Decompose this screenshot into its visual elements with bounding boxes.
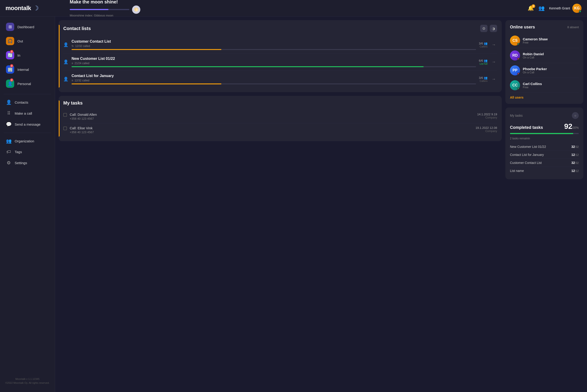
contact-list-person-icon-2: 👤 [63,59,69,64]
online-users-header: Online users 8 absent [510,25,579,30]
sidebar-item-settings[interactable]: ⚙ Settings [0,158,55,168]
chart-action-btn[interactable]: ◑ [490,25,497,32]
task-checkbox-1[interactable] [63,113,67,117]
completed-count: 92 [564,122,572,130]
notifications-bell[interactable]: 🔔 2 [528,5,534,11]
task-list-name-2: Contact List for January [510,153,544,156]
notifications-badge: 2 [532,4,535,8]
task-checkbox-2[interactable] [63,126,67,130]
user-profile[interactable]: Kenneth Grant KG [549,4,582,13]
contact-list-name-2: New Customer List 01/22 [72,56,476,61]
user-info-carl: Carl Collins Free [523,82,579,89]
completed-row: Completed tasks 9200% [510,122,579,131]
user-avatar-phoebe: PP [510,65,520,76]
online-title: Online users [510,25,535,30]
sidebar-item-organization[interactable]: 👥 Organization [0,136,55,146]
progress-track-2 [72,66,476,67]
user-name-cameron: Cameron Shaw [523,37,579,41]
sidebar-item-dashboard[interactable]: ⊞ Dashboard [3,20,52,34]
called-count-2: 21/24 called [74,62,90,65]
contact-lists-title: Contact lists [63,26,91,31]
tasks-mini-title: My tasks [510,114,522,117]
callers-info-2: 6/6 👥 List full [479,59,488,65]
contact-list-person-icon-3: 👤 [63,76,69,82]
sidebar-item-make-call[interactable]: ⠿ Make a call [0,108,55,118]
sidebar-label-make-call: Make a call [15,112,32,115]
task-list-count-display-1: 32/32 [572,145,579,149]
called-count-3: 12/32 called [74,79,90,82]
contact-list-arrow-1[interactable]: → [490,41,497,48]
task-list-row-2: Contact List for January 12/12 [510,151,579,159]
callers-info-1: 3/6 👥 Callers [479,42,488,48]
sidebar-item-in[interactable]: 🔄 In 3 [3,48,52,62]
user-status-phoebe: On a Call [523,71,579,74]
task-info-2: Call: Elise Vink +358 40 123 4567 [70,126,473,134]
dashboard-icon: ⊞ [6,23,14,31]
header: moontalk ☽ Make the moon shine! 🌕 Moonsh… [0,0,587,16]
list-icon-2: ≡ [72,62,73,65]
send-message-icon: 💬 [6,122,12,127]
callers-count-2: 6/6 👥 [479,59,488,62]
settings-action-btn[interactable]: ⚙ [480,25,488,32]
main-layout: ⊞ Dashboard 🎧 Out 🔄 In 3 🏢 Internal 2 👤 … [0,16,587,392]
task-item-1: Call: Donald Allen +358 40 123 4567 14.1… [63,110,497,123]
sidebar-item-contacts[interactable]: 👤 Contacts [0,97,55,108]
list-icon-3: ≡ [72,79,73,82]
users-icon[interactable]: 👥 [538,5,544,11]
sidebar-item-send-message[interactable]: 💬 Send a message [0,119,55,130]
sidebar-item-tags[interactable]: 🏷 Tags [0,147,55,157]
completed-count-display: 9200% [564,122,579,131]
center-column: Contact lists ⚙ ◑ 👤 Customer Contact Lis… [59,20,502,388]
sidebar-divider-2 [4,133,51,133]
my-tasks-mini-card: My tasks ○ Completed tasks 9200% 2 tasks… [505,108,583,179]
sidebar-label-personal: Personal [18,82,31,86]
sidebar-label-tags: Tags [15,150,22,154]
callers-count-3: 3/6 👥 [479,76,488,80]
task-list-count-display-3: 32/32 [572,161,579,165]
sidebar-nav: ⊞ Dashboard 🎧 Out 🔄 In 3 🏢 Internal 2 👤 … [0,20,55,91]
sidebar-label-dashboard: Dashboard [18,25,34,29]
tags-icon: 🏷 [6,149,12,154]
user-avatar-carl: CC [510,80,520,90]
internal-badge: 2 [10,64,13,68]
contact-list-info-2: New Customer List 01/22 ≡ 21/24 called [72,56,476,67]
contact-list-item-3: 👤 Contact List for January ≡ 12/32 calle… [63,70,497,88]
sidebar-label-out: Out [18,39,23,43]
task-list-name-3: Customer Contact List [510,161,542,164]
contact-list-person-icon: 👤 [63,42,69,47]
user-status-robin: On a Call [523,56,579,59]
tasks-mini-toggle-btn[interactable]: ○ [572,112,579,119]
contacts-icon: 👤 [6,100,12,105]
header-progress-fill [70,9,108,10]
task-list-count-display-2: 12/12 [572,153,579,157]
sidebar-divider-1 [4,94,51,94]
status-dot-cameron [517,43,520,46]
contact-list-arrow-2[interactable]: → [490,58,497,65]
task-list-name-1: New Customer List 01/22 [510,145,546,148]
task-phone-1: +358 40 123 4567 [70,117,474,120]
contact-list-info-3: Contact List for January ≡ 12/32 called [72,74,476,84]
recycle-icon: ↻ [72,44,74,48]
user-status-carl: Free [523,86,579,89]
sidebar-item-internal[interactable]: 🏢 Internal 2 [3,63,52,76]
task-list-count-4: 12 [572,169,575,172]
task-list-row-1: New Customer List 01/22 32/32 [510,143,579,151]
task-right-2: 19.1.2022 12.08 Company [476,126,497,133]
task-list-total-1: /32 [575,145,579,148]
completed-label: Completed tasks [510,125,543,130]
task-list-count-3: 32 [572,161,575,164]
card-actions: ⚙ ◑ [480,25,497,32]
contact-list-name-1: Customer Contact List [72,40,476,44]
contact-list-arrow-3[interactable]: → [490,76,497,82]
header-tagline: Make the moon shine! [70,0,528,4]
sidebar-label-in: In [18,54,20,57]
contact-list-right-3: 3/6 👥 Callers [479,76,488,82]
sidebar-item-out[interactable]: 🎧 Out [3,34,52,48]
user-avatar: KG [572,4,582,13]
user-status-cameron: Free [523,41,579,44]
sidebar-item-personal[interactable]: 👤 Personal 2 [3,77,52,90]
callers-info-3: 3/6 👥 Callers [479,76,488,82]
personal-badge: 2 [10,78,13,82]
all-users-link[interactable]: All users [510,96,579,99]
task-list-count-display-4: 12/12 [572,169,579,173]
